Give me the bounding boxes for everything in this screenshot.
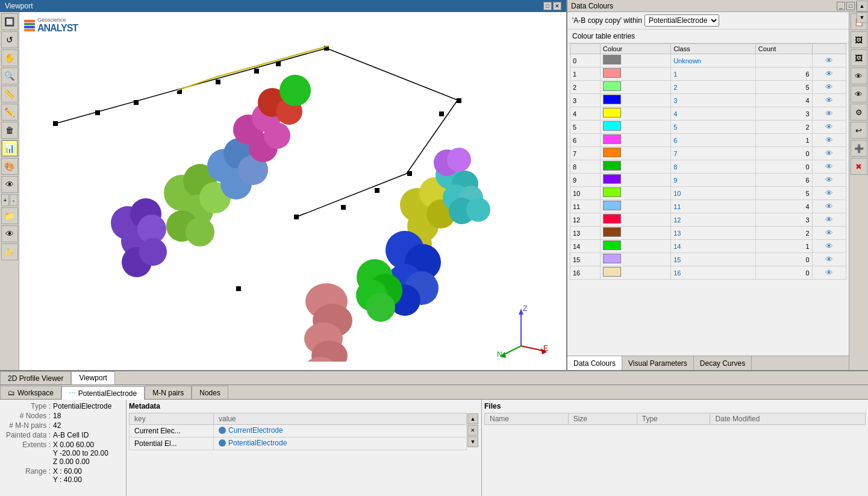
colour-table-row[interactable]: 12 12 3 👁 — [570, 213, 846, 227]
row-eye[interactable]: 👁 — [812, 67, 846, 81]
colour-table-row[interactable]: 13 13 2 👁 — [570, 227, 846, 240]
colour-table-row[interactable]: 16 16 0 👁 — [570, 266, 846, 280]
icon-settings[interactable]: ⚙ — [851, 104, 867, 121]
row-eye[interactable]: 👁 — [812, 107, 846, 121]
row-index: 7 — [570, 147, 601, 160]
row-class: 9 — [671, 174, 756, 187]
colour-table-row[interactable]: 10 10 5 👁 — [570, 187, 846, 200]
tool-pan[interactable]: ✋ — [1, 49, 18, 66]
colour-table-row[interactable]: 7 7 0 👁 — [570, 147, 846, 160]
extents-y: Y -20.00 to 20.00 — [53, 449, 108, 457]
row-eye[interactable]: 👁 — [812, 187, 846, 200]
svg-text:N: N — [497, 350, 502, 358]
icon-image[interactable]: 🖼 — [851, 31, 867, 48]
tool-zoom[interactable]: 🔍 — [1, 67, 18, 84]
colour-table-row[interactable]: 8 8 0 👁 — [570, 160, 846, 174]
icon-undo[interactable]: ↩ — [851, 122, 867, 139]
row-eye[interactable]: 👁 — [812, 213, 846, 227]
row-eye[interactable]: 👁 — [812, 266, 846, 280]
colour-table-row[interactable]: 4 4 3 👁 — [570, 107, 846, 121]
tool-erase[interactable]: 🗑 — [1, 122, 18, 139]
row-colour — [600, 121, 670, 134]
tab-2d-profile[interactable]: 2D Profile Viewer — [0, 371, 71, 385]
row-eye[interactable]: 👁 — [812, 147, 846, 160]
row-eye[interactable]: 👁 — [812, 253, 846, 266]
colour-table-row[interactable]: 3 3 4 👁 — [570, 94, 846, 107]
row-eye[interactable]: 👁 — [812, 174, 846, 187]
meta-col-value: value — [214, 413, 467, 425]
row-eye[interactable]: 👁 — [812, 227, 846, 240]
tab-potential-electrode[interactable]: ⋯ PotentialElectrode — [61, 386, 145, 400]
colour-table-row[interactable]: 0 Unknown 👁 — [570, 54, 846, 67]
row-eye[interactable]: 👁 — [812, 121, 846, 134]
meta-scroll-up[interactable]: ▲ — [467, 413, 478, 424]
tool-select[interactable]: 🔲 — [1, 13, 18, 30]
tool-chart[interactable]: 📊 — [1, 140, 18, 157]
tab-nodes[interactable]: Nodes — [192, 386, 228, 399]
meta-value[interactable]: CurrentElectrode — [214, 425, 467, 438]
colour-table-scroll[interactable]: Colour Class Count 0 Unknown — [567, 43, 849, 356]
row-eye[interactable]: 👁 — [812, 54, 846, 67]
icon-remove[interactable]: ✖ — [851, 158, 867, 175]
painted-label: Painted data : — [5, 431, 53, 439]
row-index: 1 — [570, 67, 601, 81]
row-count: 5 — [755, 81, 812, 94]
colour-table-row[interactable]: 9 9 6 👁 — [570, 174, 846, 187]
tab-visual-parameters[interactable]: Visual Parameters — [622, 356, 694, 370]
colour-table-row[interactable]: 2 2 5 👁 — [570, 81, 846, 94]
col-colour: Colour — [600, 44, 670, 54]
tool-rotate[interactable]: ↺ — [1, 31, 18, 48]
meta-value[interactable]: PotentialElectrode — [214, 438, 467, 450]
icon-image2[interactable]: 🖼 — [851, 49, 867, 66]
tab-decay-curves[interactable]: Decay Curves — [694, 356, 752, 370]
tab-data-colours[interactable]: Data Colours — [567, 356, 622, 370]
colour-table-row[interactable]: 1 1 6 👁 — [570, 67, 846, 81]
header-text: 'A-B copy copy' within — [572, 16, 642, 25]
files-col-size: Size — [568, 413, 637, 425]
tool-draw[interactable]: ✏️ — [1, 104, 18, 121]
row-eye[interactable]: 👁 — [812, 240, 846, 253]
electrode-dropdown[interactable]: PotentialElectrode — [645, 14, 719, 27]
row-eye[interactable]: 👁 — [812, 160, 846, 174]
viewport-close-btn[interactable]: ✕ — [553, 2, 561, 10]
tool-zoom-in[interactable]: + — [1, 194, 9, 206]
row-class: 8 — [671, 160, 756, 174]
row-colour — [600, 253, 670, 266]
icon-add[interactable]: ➕ — [851, 140, 867, 157]
metadata-row: Potential El... PotentialElectrode — [130, 438, 467, 450]
tool-paint[interactable]: 🎨 — [1, 158, 18, 175]
colour-table-row[interactable]: 11 11 4 👁 — [570, 200, 846, 213]
panel-restore-btn[interactable]: □ — [846, 2, 855, 10]
viewport-restore-btn[interactable]: □ — [543, 2, 552, 10]
extents-z: Z 0.00 0.00 — [53, 457, 108, 466]
viewport-canvas[interactable]: Geoscience ANALYST — [19, 12, 566, 370]
meta-scroll-x[interactable]: ✕ — [467, 425, 478, 436]
tab-mn-pairs[interactable]: M-N pairs — [145, 386, 192, 399]
tool-folder[interactable]: 📁 — [1, 207, 18, 224]
row-colour — [600, 227, 670, 240]
colour-table-row[interactable]: 6 6 1 👁 — [570, 134, 846, 147]
tab-workspace[interactable]: 🗂 Workspace — [0, 386, 61, 399]
icon-eye2[interactable]: 👁 — [851, 86, 867, 102]
tool-visibility[interactable]: 👁 — [1, 225, 18, 242]
data-colours-titlebar: Data Colours _ □ ✕ — [567, 0, 868, 12]
row-eye[interactable]: 👁 — [812, 200, 846, 213]
icon-eye[interactable]: 👁 — [851, 67, 867, 84]
row-eye[interactable]: 👁 — [812, 94, 846, 107]
row-count: 0 — [755, 253, 812, 266]
tool-zoom-out[interactable]: - — [10, 194, 17, 206]
tab-viewport[interactable]: Viewport — [71, 371, 114, 385]
meta-scroll-down[interactable]: ▼ — [467, 436, 478, 447]
panel-minimize-btn[interactable]: _ — [837, 2, 845, 10]
meta-key: Potential El... — [130, 438, 214, 450]
colour-table-row[interactable]: 15 15 0 👁 — [570, 253, 846, 266]
tool-magic[interactable]: ✨ — [1, 243, 18, 260]
row-eye[interactable]: 👁 — [812, 134, 846, 147]
col-eye — [812, 44, 846, 54]
tool-view[interactable]: 👁 — [1, 176, 18, 193]
tool-measure[interactable]: 📏 — [1, 86, 18, 102]
panel-title: Data Colours — [571, 2, 613, 10]
colour-table-row[interactable]: 5 5 2 👁 — [570, 121, 846, 134]
colour-table-row[interactable]: 14 14 1 👁 — [570, 240, 846, 253]
row-eye[interactable]: 👁 — [812, 81, 846, 94]
